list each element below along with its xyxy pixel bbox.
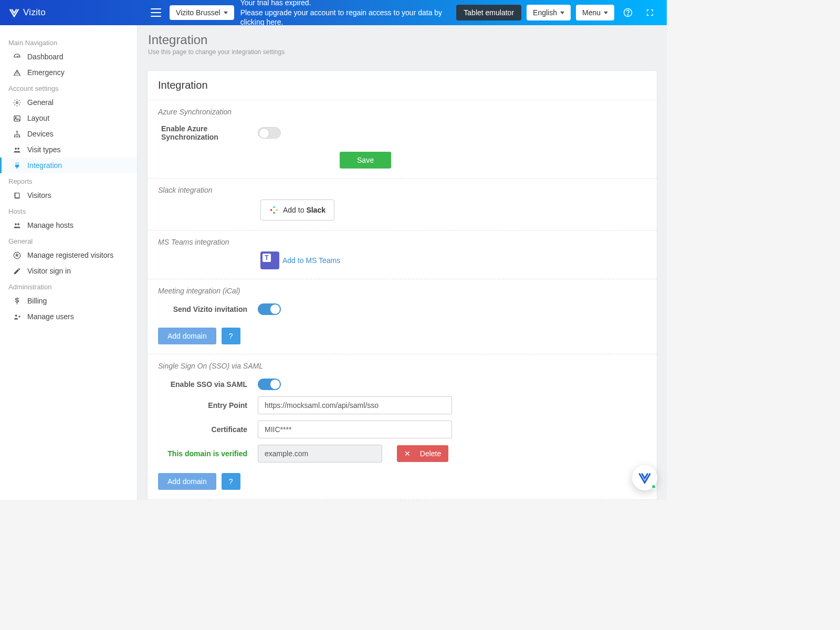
azure-enable-label: Enable Azure Synchronization <box>158 124 258 141</box>
svg-point-1 <box>627 15 628 15</box>
help-button[interactable] <box>620 4 636 21</box>
sso-verified-label: This domain is verified <box>158 449 258 458</box>
gear-icon <box>13 98 21 107</box>
page-subtitle: Use this page to change your integration… <box>148 48 656 56</box>
svg-rect-16 <box>273 206 275 208</box>
svg-rect-5 <box>16 131 18 132</box>
sidebar-group-header: Main Navigation <box>0 35 137 49</box>
sidebar-item-dashboard[interactable]: Dashboard <box>0 49 137 65</box>
users-icon <box>13 145 21 154</box>
menu-dropdown[interactable]: Menu <box>576 5 614 20</box>
section-ical: Meeting integration (iCal) Send Vizito i… <box>148 279 657 354</box>
sidebar-item-visit-types[interactable]: Visit types <box>0 142 137 158</box>
ical-send-toggle[interactable] <box>258 303 281 315</box>
sso-entrypoint-label: Entry Point <box>158 401 258 410</box>
panel-title: Integration <box>148 71 657 100</box>
sidebar-item-label: Devices <box>27 130 54 138</box>
sidebar-item-visitors[interactable]: Visitors <box>0 187 137 203</box>
sidebar-item-visitor-sign-in[interactable]: Visitor sign in <box>0 263 137 279</box>
add-to-slack-button[interactable]: Add to Slack <box>260 200 334 220</box>
main-content: Integration Use this page to change your… <box>138 25 667 500</box>
close-icon: ✕ <box>404 449 411 458</box>
section-sso: Single Sign On (SSO) via SAML Enable SSO… <box>148 354 657 500</box>
sidebar-item-integration[interactable]: Integration <box>0 158 137 173</box>
language-selector[interactable]: English <box>527 5 571 20</box>
sso-delete-domain-button[interactable]: ✕ Delete <box>397 445 448 462</box>
sso-enable-label: Enable SSO via SAML <box>158 380 258 388</box>
sidebar-item-billing[interactable]: Billing <box>0 293 137 309</box>
azure-enable-toggle[interactable] <box>258 127 281 139</box>
svg-rect-18 <box>273 212 275 214</box>
sidebar-item-label: Manage users <box>27 312 74 321</box>
section-slack: Slack integration Add to Slack <box>148 178 657 230</box>
tablet-emulator-button[interactable]: Tablet emulator <box>456 5 521 20</box>
sidebar-item-label: Integration <box>27 161 62 170</box>
svg-point-11 <box>15 223 17 225</box>
trial-line2: Please upgrade your account to regain ac… <box>240 8 457 28</box>
location-name: Vizito Brussel <box>176 8 220 17</box>
sidebar-group-header: General <box>0 233 137 247</box>
fullscreen-button[interactable] <box>642 4 658 21</box>
sidebar-item-label: Manage registered visitors <box>27 251 113 259</box>
svg-rect-7 <box>16 136 18 138</box>
brand-logo[interactable]: Vizito <box>8 7 46 18</box>
svg-rect-15 <box>270 209 272 211</box>
sidebar-item-manage-hosts[interactable]: Manage hosts <box>0 217 137 233</box>
sidebar-item-manage-registered-visitors[interactable]: Manage registered visitors <box>0 247 137 263</box>
sso-help-button[interactable]: ? <box>222 473 240 490</box>
caret-down-icon <box>560 12 564 14</box>
section-azure: Azure Synchronization Enable Azure Synch… <box>148 100 657 178</box>
users-icon <box>13 221 21 229</box>
svg-point-9 <box>15 148 17 150</box>
sidebar-item-layout[interactable]: Layout <box>0 110 137 126</box>
page-title: Integration <box>148 33 656 47</box>
ical-send-label: Send Vizito invitation <box>158 305 258 313</box>
sitemap-icon <box>13 130 21 138</box>
sidebar-item-label: Visitors <box>27 191 51 200</box>
trial-line1: Your trial has expired. <box>240 0 457 8</box>
ical-help-button[interactable]: ? <box>222 328 240 344</box>
sso-certificate-input[interactable] <box>258 421 452 438</box>
status-dot-icon <box>651 484 656 489</box>
section-title: MS Teams integration <box>158 238 646 246</box>
brand-name: Vizito <box>23 7 46 18</box>
sidebar-group-header: Account settings <box>0 80 137 94</box>
sidebar-item-label: General <box>27 98 54 107</box>
sidebar-item-general[interactable]: General <box>0 94 137 110</box>
azure-save-button[interactable]: Save <box>340 152 391 169</box>
caret-down-icon <box>604 12 608 14</box>
vizito-logo-icon <box>8 7 20 18</box>
sidebar-item-label: Manage hosts <box>27 221 74 229</box>
section-teams: MS Teams integration Add to MS Teams <box>148 230 657 279</box>
sidebar-item-emergency[interactable]: Emergency <box>0 65 137 80</box>
section-title: Meeting integration (iCal) <box>158 287 646 295</box>
sso-add-domain-button[interactable]: Add domain <box>158 473 216 490</box>
svg-rect-6 <box>14 136 15 138</box>
page-header: Integration Use this page to change your… <box>138 25 667 61</box>
svg-point-10 <box>17 148 19 150</box>
add-to-teams-link[interactable]: Add to MS Teams <box>282 256 340 265</box>
chat-widget[interactable] <box>632 465 657 490</box>
sso-entrypoint-input[interactable] <box>258 396 452 414</box>
location-selector[interactable]: Vizito Brussel <box>170 5 234 20</box>
sidebar-group-header: Administration <box>0 279 137 293</box>
sidebar-item-label: Visitor sign in <box>27 267 71 275</box>
sidebar-item-label: Layout <box>27 114 49 122</box>
book-icon <box>13 191 21 200</box>
sidebar-item-label: Visit types <box>27 145 61 154</box>
sso-domain-input[interactable] <box>258 445 382 463</box>
sidebar-item-devices[interactable]: Devices <box>0 126 137 142</box>
ical-add-domain-button[interactable]: Add domain <box>158 328 216 344</box>
section-title: Single Sign On (SSO) via SAML <box>158 362 646 370</box>
svg-point-14 <box>15 314 17 317</box>
topbar-right: Tablet emulator English Menu <box>456 4 658 21</box>
svg-point-4 <box>15 117 16 118</box>
section-title: Azure Synchronization <box>158 108 646 116</box>
svg-point-12 <box>17 223 19 225</box>
sso-enable-toggle[interactable] <box>258 379 281 390</box>
integration-panel: Integration Azure Synchronization Enable… <box>147 70 657 500</box>
sidebar-item-manage-users[interactable]: Manage users <box>0 309 137 324</box>
sidebar-item-label: Emergency <box>27 68 65 77</box>
section-title: Slack integration <box>158 186 646 194</box>
hamburger-icon[interactable] <box>151 8 161 17</box>
